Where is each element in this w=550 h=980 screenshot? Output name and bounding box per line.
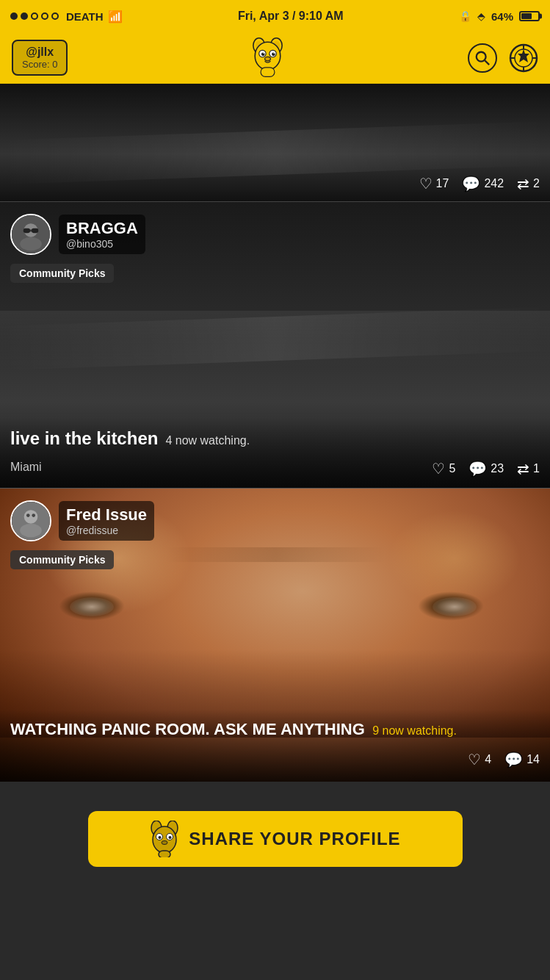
svg-point-38 xyxy=(169,836,172,839)
status-right: 🔒 ⬘ 64% xyxy=(459,10,540,23)
bragga-comments: 💬 23 xyxy=(468,460,504,478)
partial-likes: ♡ 17 xyxy=(419,175,449,192)
fred-watching: 9 now watching. xyxy=(372,724,457,737)
partial-stream-card[interactable]: ♡ 17 💬 242 ⇄ 2 xyxy=(0,84,550,201)
bluetooth-icon: ⬘ xyxy=(477,10,485,22)
status-bar: DEATH 📶 Fri, Apr 3 / 9:10 AM 🔒 ⬘ 64% xyxy=(0,0,550,32)
fred-community-badge: Community Picks xyxy=(10,550,114,569)
partial-comments: 💬 242 xyxy=(462,175,504,192)
bragga-stream-title: live in the kitchen xyxy=(10,428,158,450)
wifi-icon: 📶 xyxy=(108,10,123,24)
partial-card-stats: ♡ 17 💬 242 ⇄ 2 xyxy=(419,175,540,192)
svg-point-29 xyxy=(20,524,42,538)
fred-name: Fred Issue xyxy=(66,505,147,525)
bragga-community-badge: Community Picks xyxy=(10,264,114,283)
svg-point-31 xyxy=(32,514,35,517)
fred-stream-info: WATCHING PANIC ROOM. ASK ME ANYTHING 9 n… xyxy=(0,710,550,782)
comments-count: 14 xyxy=(527,753,540,766)
retweet-icon: ⇄ xyxy=(517,460,529,478)
carrier-name: DEATH xyxy=(66,10,104,23)
fred-likes: ♡ 4 xyxy=(468,751,491,768)
svg-point-13 xyxy=(477,51,486,61)
fred-avatar xyxy=(10,500,51,541)
svg-point-8 xyxy=(272,52,275,56)
svg-point-4 xyxy=(255,42,281,70)
partial-retweets: ⇄ 2 xyxy=(517,175,540,192)
user-score: Score: 0 xyxy=(22,59,57,70)
search-button[interactable] xyxy=(468,43,497,73)
comment-icon: 💬 xyxy=(468,460,487,478)
fred-stream-card[interactable]: Fred Issue @fredissue Community Picks WA… xyxy=(0,488,550,782)
svg-rect-24 xyxy=(32,228,38,234)
status-time: Fri, Apr 3 / 9:10 AM xyxy=(238,10,344,23)
svg-point-28 xyxy=(24,510,38,524)
nav-icons xyxy=(468,43,538,73)
svg-point-7 xyxy=(261,52,265,56)
comments-count: 242 xyxy=(484,177,504,190)
bragga-handle: @bino305 xyxy=(66,238,138,250)
bottom-area: SHARE YOUR PROFILE xyxy=(0,782,550,929)
share-profile-button[interactable]: SHARE YOUR PROFILE xyxy=(88,811,463,867)
fred-comments: 💬 14 xyxy=(504,751,540,768)
bragga-location: Miami xyxy=(10,461,42,474)
svg-point-30 xyxy=(26,514,30,517)
svg-point-39 xyxy=(162,841,167,845)
meerkat-logo xyxy=(246,36,290,80)
bragga-name-block: BRAGGA @bino305 xyxy=(59,215,145,254)
status-left: DEATH 📶 xyxy=(10,10,123,24)
user-handle: @jllx xyxy=(22,46,57,59)
signal-dots xyxy=(10,12,59,20)
svg-point-11 xyxy=(265,57,271,61)
fred-handle: @fredissue xyxy=(66,525,147,536)
user-badge[interactable]: @jllx Score: 0 xyxy=(12,40,68,76)
battery-icon xyxy=(519,11,540,21)
svg-point-37 xyxy=(159,836,162,839)
bragga-likes: ♡ 5 xyxy=(432,460,455,478)
bragga-avatar xyxy=(10,214,51,255)
fred-name-block: Fred Issue @fredissue xyxy=(59,501,154,541)
likes-count: 17 xyxy=(436,177,449,190)
retweets-count: 1 xyxy=(533,462,540,475)
comment-icon: 💬 xyxy=(462,175,480,192)
svg-rect-12 xyxy=(261,68,275,77)
svg-rect-25 xyxy=(30,230,32,232)
svg-point-26 xyxy=(20,237,42,251)
comment-icon: 💬 xyxy=(504,751,523,768)
svg-point-9 xyxy=(263,52,264,54)
svg-point-34 xyxy=(153,826,176,853)
svg-rect-40 xyxy=(159,851,170,857)
likes-count: 4 xyxy=(485,753,491,766)
fred-stream-title: WATCHING PANIC ROOM. ASK ME ANYTHING xyxy=(10,720,365,738)
top-nav: @jllx Score: 0 xyxy=(0,32,550,84)
bragga-stats: ♡ 5 💬 23 ⇄ 1 xyxy=(432,460,540,478)
comments-count: 23 xyxy=(491,462,504,475)
retweet-icon: ⇄ xyxy=(517,175,529,192)
svg-line-14 xyxy=(485,60,489,65)
bragga-retweets: ⇄ 1 xyxy=(517,460,540,478)
battery-percent: 64% xyxy=(491,10,513,23)
bragga-user-info: BRAGGA @bino305 xyxy=(10,214,145,255)
likes-count: 5 xyxy=(449,462,455,475)
svg-rect-23 xyxy=(23,228,30,234)
fred-user-info: Fred Issue @fredissue xyxy=(10,500,154,541)
heart-icon: ♡ xyxy=(419,175,433,192)
bragga-name: BRAGGA xyxy=(66,219,138,238)
heart-icon: ♡ xyxy=(432,460,445,478)
fred-stats: ♡ 4 💬 14 xyxy=(468,751,540,768)
retweets-count: 2 xyxy=(533,177,540,190)
bragga-stream-card[interactable]: BRAGGA @bino305 Community Picks live in … xyxy=(0,201,550,488)
bragga-stream-info: live in the kitchen 4 now watching. Miam… xyxy=(0,418,550,488)
badge-button[interactable] xyxy=(509,43,538,73)
lock-icon: 🔒 xyxy=(459,10,471,22)
svg-point-10 xyxy=(274,52,275,54)
bragga-watching: 4 now watching. xyxy=(165,434,250,447)
share-button-label: SHARE YOUR PROFILE xyxy=(189,829,400,849)
heart-icon: ♡ xyxy=(468,751,481,768)
